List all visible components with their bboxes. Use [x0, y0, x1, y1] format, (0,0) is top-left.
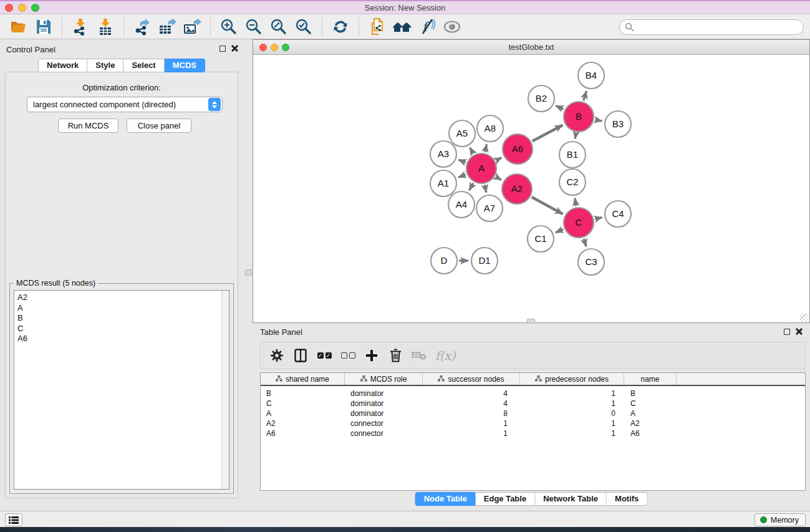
- graph-edge-A2-C[interactable]: [532, 197, 563, 214]
- graph-node-A6[interactable]: A6: [503, 134, 533, 164]
- cell-predecessor_nodes[interactable]: 1: [520, 418, 624, 428]
- cell-name[interactable]: B: [624, 389, 677, 399]
- criterion-select[interactable]: largest connected component (directed): [27, 97, 223, 112]
- float-panel-icon[interactable]: [219, 46, 226, 52]
- window-resize-grip[interactable]: [800, 313, 809, 322]
- graph-edge-A6-B[interactable]: [533, 125, 563, 142]
- hide-annotations-icon[interactable]: f: [416, 17, 438, 37]
- graph-node-A8[interactable]: A8: [477, 115, 503, 142]
- mcds-result-item[interactable]: B: [14, 313, 229, 324]
- cell-shared_name[interactable]: A2: [261, 418, 345, 428]
- export-table-icon[interactable]: [156, 17, 178, 37]
- close-panel-button[interactable]: Close panel: [127, 118, 191, 133]
- cell-mcds_role[interactable]: connector: [345, 418, 423, 428]
- graph-node-A7[interactable]: A7: [476, 195, 503, 221]
- mcds-result-item[interactable]: C: [14, 324, 229, 334]
- network-graph[interactable]: AA1A2A3A4A5A6A7A8BB1B2B3B4CC1C2C3C4DD1: [253, 56, 809, 323]
- graph-node-C4[interactable]: C4: [605, 201, 631, 227]
- cell-shared_name[interactable]: A: [261, 409, 345, 418]
- graph-edge-B-B2[interactable]: [556, 105, 563, 109]
- delete-column-trash-icon[interactable]: [385, 346, 405, 365]
- graph-edge-A-A1[interactable]: [458, 175, 466, 178]
- graph-edge-A-A2[interactable]: [496, 177, 501, 180]
- graph-edge-A-A6[interactable]: [496, 158, 502, 161]
- show-panel-list-button[interactable]: [5, 513, 22, 526]
- graph-node-C3[interactable]: C3: [578, 249, 604, 275]
- table-row[interactable]: Bdominator41B: [261, 389, 805, 399]
- graph-node-B2[interactable]: B2: [528, 85, 554, 112]
- export-network-icon[interactable]: [131, 17, 153, 37]
- graph-node-A[interactable]: A: [466, 153, 496, 183]
- cell-name[interactable]: C: [624, 399, 677, 409]
- cell-successor_nodes[interactable]: 1: [423, 418, 520, 428]
- graph-node-C1[interactable]: C1: [528, 226, 554, 252]
- save-session-icon[interactable]: [32, 17, 55, 37]
- zoom-out-icon[interactable]: [243, 17, 265, 37]
- tab-network[interactable]: Network: [38, 59, 87, 72]
- network-copy-icon[interactable]: [366, 17, 388, 37]
- mcds-result-item[interactable]: A2: [14, 291, 229, 303]
- close-window-button[interactable]: [5, 4, 13, 12]
- graph-edge-C-C2[interactable]: [575, 198, 576, 206]
- import-table-icon[interactable]: [94, 17, 117, 37]
- refresh-layout-icon[interactable]: [329, 17, 352, 37]
- network-zoom-button[interactable]: [282, 44, 289, 51]
- graph-edge-B-B3[interactable]: [595, 120, 602, 121]
- column-header-MCDS-role[interactable]: MCDS role: [345, 373, 423, 385]
- network-close-button[interactable]: [259, 44, 267, 51]
- close-table-panel-icon[interactable]: [796, 328, 803, 335]
- memory-button[interactable]: Memory: [755, 513, 806, 526]
- vertical-splitter-grip[interactable]: [245, 269, 252, 276]
- tab-select[interactable]: Select: [123, 59, 164, 72]
- graph-edge-C-C1[interactable]: [556, 230, 563, 233]
- run-mcds-button[interactable]: Run MCDS: [58, 118, 118, 133]
- cell-predecessor_nodes[interactable]: 0: [520, 409, 624, 418]
- network-window-titlebar[interactable]: testGlobe.txt: [253, 40, 809, 55]
- table-settings-gear-icon[interactable]: [267, 346, 287, 365]
- graph-edge-B-B1[interactable]: [575, 133, 576, 139]
- cell-successor_nodes[interactable]: 8: [423, 409, 520, 418]
- home-layout-icon[interactable]: [391, 17, 413, 37]
- graph-node-A2[interactable]: A2: [502, 174, 532, 204]
- graph-node-D[interactable]: D: [431, 248, 457, 274]
- zoom-fit-icon[interactable]: [268, 17, 290, 37]
- graph-edge-C-C4[interactable]: [595, 218, 602, 220]
- graph-edge-A-A5[interactable]: [470, 148, 473, 154]
- graph-node-B1[interactable]: B1: [559, 142, 586, 168]
- cell-shared_name[interactable]: A6: [261, 428, 345, 438]
- network-canvas[interactable]: AA1A2A3A4A5A6A7A8BB1B2B3B4CC1C2C3C4DD1: [253, 56, 809, 322]
- select-all-columns-icon[interactable]: ✓✓: [314, 346, 334, 365]
- graph-node-B[interactable]: B: [564, 102, 594, 132]
- graph-node-D1[interactable]: D1: [471, 248, 498, 274]
- mcds-result-item[interactable]: A: [14, 303, 229, 314]
- graph-edge-B-B4[interactable]: [584, 91, 587, 100]
- tab-node-table[interactable]: Node Table: [415, 492, 476, 506]
- zoom-in-icon[interactable]: [218, 17, 240, 37]
- zoom-selected-icon[interactable]: [292, 17, 315, 37]
- result-scrollbar[interactable]: [221, 291, 229, 489]
- table-row[interactable]: Cdominator41C: [261, 399, 805, 409]
- graph-edge-C-C3[interactable]: [584, 239, 586, 246]
- show-column-selector-icon[interactable]: [291, 346, 311, 365]
- column-header-successor-nodes[interactable]: successor nodes: [423, 373, 520, 385]
- tab-network-table[interactable]: Network Table: [535, 492, 607, 506]
- cell-shared_name[interactable]: C: [261, 399, 345, 409]
- cell-name[interactable]: A2: [624, 418, 677, 428]
- float-table-panel-icon[interactable]: [784, 329, 790, 335]
- graph-edge-A-A3[interactable]: [458, 160, 465, 162]
- cell-shared_name[interactable]: B: [261, 389, 345, 399]
- graph-node-C[interactable]: C: [564, 208, 594, 238]
- minimize-window-button[interactable]: [18, 4, 26, 12]
- cell-mcds_role[interactable]: connector: [345, 428, 423, 438]
- cell-predecessor_nodes[interactable]: 1: [520, 389, 624, 399]
- cell-predecessor_nodes[interactable]: 1: [520, 399, 624, 409]
- create-column-plus-icon[interactable]: [362, 346, 382, 365]
- cell-mcds_role[interactable]: dominator: [345, 389, 423, 399]
- network-minimize-button[interactable]: [271, 44, 278, 51]
- graph-node-A5[interactable]: A5: [449, 120, 475, 147]
- column-header-predecessor-nodes[interactable]: predecessor nodes: [520, 373, 624, 385]
- tab-mcds[interactable]: MCDS: [165, 59, 205, 72]
- graph-node-A3[interactable]: A3: [430, 141, 456, 167]
- unselect-all-columns-icon[interactable]: [338, 346, 358, 365]
- cell-predecessor_nodes[interactable]: 1: [520, 428, 624, 438]
